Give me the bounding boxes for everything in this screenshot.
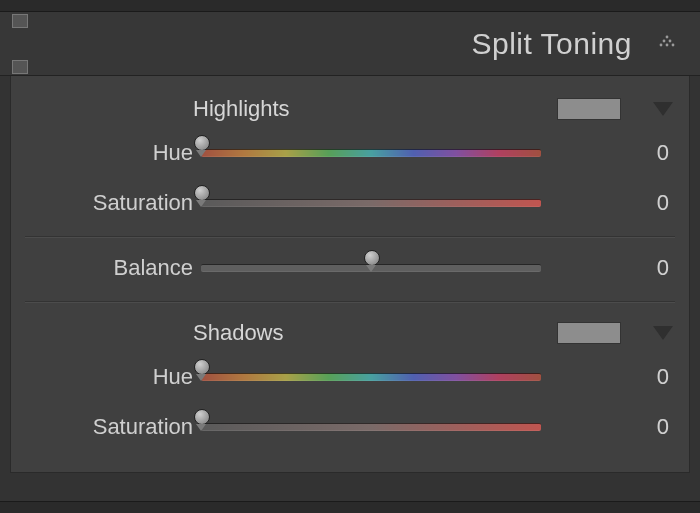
svg-point-3 (660, 43, 663, 46)
shadows-hue-value[interactable]: 0 (605, 364, 675, 390)
highlights-hue-row: Hue 0 (25, 128, 675, 178)
svg-point-4 (666, 43, 669, 46)
panel-visibility-toggle[interactable] (12, 14, 28, 28)
shadows-color-swatch[interactable] (557, 322, 621, 344)
balance-label: Balance (25, 255, 201, 281)
highlights-collapse-icon[interactable] (653, 102, 673, 116)
highlights-saturation-value[interactable]: 0 (605, 190, 675, 216)
panel-visibility-toggle-secondary[interactable] (12, 60, 28, 74)
shadows-hue-row: Hue 0 (25, 352, 675, 402)
shadows-saturation-thumb[interactable] (192, 409, 210, 429)
shadows-saturation-label: Saturation (25, 414, 201, 440)
section-divider (25, 301, 675, 302)
highlights-saturation-row: Saturation 0 (25, 178, 675, 228)
shadows-saturation-slider[interactable] (201, 416, 605, 438)
section-divider (25, 236, 675, 237)
highlights-hue-thumb[interactable] (192, 135, 210, 155)
shadows-title: Shadows (193, 320, 284, 346)
svg-point-5 (672, 43, 675, 46)
svg-point-2 (669, 39, 672, 42)
balance-row: Balance 0 (25, 243, 675, 293)
panel-divider-bottom (0, 501, 700, 513)
balance-slider[interactable] (201, 257, 605, 279)
shadows-collapse-icon[interactable] (653, 326, 673, 340)
shadows-hue-slider[interactable] (201, 366, 605, 388)
highlights-section-header: Highlights (25, 84, 675, 128)
svg-point-1 (663, 39, 666, 42)
panel-title: Split Toning (471, 27, 632, 61)
split-toning-panel-header[interactable]: Split Toning (0, 12, 700, 76)
balance-thumb[interactable] (362, 250, 380, 270)
highlights-saturation-thumb[interactable] (192, 185, 210, 205)
split-toning-panel-body: Highlights Hue 0 Saturation 0 Balance 0 … (10, 76, 690, 473)
shadows-saturation-row: Saturation 0 (25, 402, 675, 452)
highlights-title: Highlights (193, 96, 290, 122)
balance-value[interactable]: 0 (605, 255, 675, 281)
shadows-hue-label: Hue (25, 364, 201, 390)
shadows-section-header: Shadows (25, 308, 675, 352)
highlights-hue-slider[interactable] (201, 142, 605, 164)
shadows-saturation-value[interactable]: 0 (605, 414, 675, 440)
shadows-hue-thumb[interactable] (192, 359, 210, 379)
panel-disclosure-icon[interactable] (658, 35, 676, 53)
highlights-hue-value[interactable]: 0 (605, 140, 675, 166)
panel-divider-top (0, 0, 700, 12)
highlights-color-swatch[interactable] (557, 98, 621, 120)
highlights-hue-label: Hue (25, 140, 201, 166)
highlights-saturation-label: Saturation (25, 190, 201, 216)
highlights-saturation-slider[interactable] (201, 192, 605, 214)
svg-point-0 (666, 35, 669, 38)
